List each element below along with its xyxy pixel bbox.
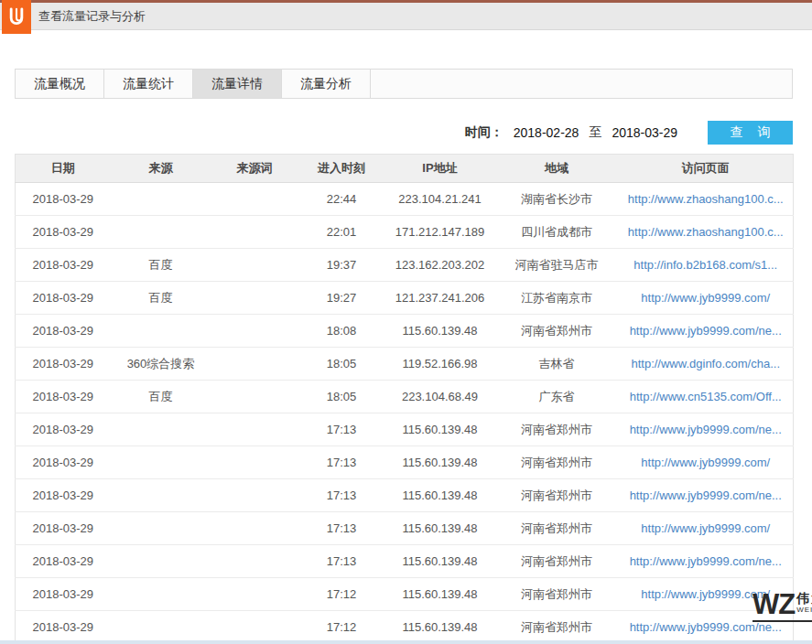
cell-source (111, 446, 211, 479)
cell-source: 百度 (111, 249, 211, 282)
cell-url-link[interactable]: http://www.zhaoshang100.c... (619, 183, 794, 216)
tab-item[interactable]: 流量分析 (282, 70, 371, 98)
cell-keyword (211, 512, 298, 545)
watermark-wz-text: WZ (752, 591, 795, 618)
cell-source (111, 578, 211, 611)
table-row: 2018-03-29 360综合搜索 18:05 119.52.166.98 吉… (16, 348, 794, 381)
bottom-strip (0, 640, 812, 644)
table-row: 2018-03-29 百度 19:37 123.162.203.202 河南省驻… (16, 249, 794, 282)
col-header-ip: IP地址 (385, 155, 495, 183)
table-row: 2018-03-29 17:13 115.60.139.48 河南省郑州市 ht… (16, 545, 794, 578)
cell-ip: 223.104.68.49 (385, 381, 495, 413)
cell-region: 河南省郑州市 (495, 611, 619, 644)
cell-url-link[interactable]: http://info.b2b168.com/s1... (619, 249, 794, 282)
cell-keyword (211, 381, 298, 413)
cell-region: 河南省驻马店市 (495, 249, 619, 282)
cell-time: 18:08 (298, 315, 385, 348)
cell-time: 22:44 (298, 183, 385, 216)
cell-url-link[interactable]: http://www.zhaoshang100.c... (619, 216, 794, 249)
tab-label: 流量概况 (34, 76, 85, 92)
cell-source (111, 413, 211, 446)
cell-url-link[interactable]: http://www.jyb9999.com/ne... (619, 479, 794, 512)
watermark-cn-text: 伟置 (796, 591, 812, 606)
cell-url-link[interactable]: http://www.jyb9999.com/ne... (619, 545, 794, 578)
cell-date: 2018-03-29 (16, 578, 111, 611)
cell-source: 百度 (111, 282, 211, 315)
cell-date: 2018-03-29 (16, 545, 111, 578)
cell-time: 17:13 (298, 446, 385, 479)
cell-region: 四川省成都市 (495, 216, 619, 249)
app-logo (2, 0, 31, 34)
cell-date: 2018-03-29 (16, 413, 111, 446)
cell-time: 17:12 (298, 611, 385, 644)
cell-ip: 119.52.166.98 (385, 348, 495, 381)
cell-keyword (211, 446, 298, 479)
tab-bar: 流量概况 流量统计 流量详情 流量分析 (15, 69, 793, 99)
query-button[interactable]: 查 询 (708, 121, 793, 145)
cell-ip: 115.60.139.48 (385, 512, 495, 545)
cell-source: 360综合搜索 (111, 348, 211, 381)
cell-region: 河南省郑州市 (495, 413, 619, 446)
table-row: 2018-03-29 17:13 115.60.139.48 河南省郑州市 ht… (16, 512, 794, 545)
cell-ip: 223.104.21.241 (385, 183, 495, 216)
page-title: 查看流量记录与分析 (38, 8, 146, 25)
cell-time: 18:05 (298, 348, 385, 381)
col-header-time: 进入时刻 (298, 155, 385, 183)
table-row: 2018-03-29 17:12 115.60.139.48 河南省郑州市 ht… (16, 578, 794, 611)
col-header-region: 地域 (495, 155, 619, 183)
cell-url-link[interactable]: http://www.jyb9999.com/ne... (619, 413, 794, 446)
filter-bar: 时间： 2018-02-28 至 2018-03-29 查 询 (15, 121, 793, 145)
cell-ip: 115.60.139.48 (385, 479, 495, 512)
tab-item[interactable]: 流量详情 (193, 70, 282, 98)
cell-source (111, 479, 211, 512)
cell-time: 17:12 (298, 578, 385, 611)
cell-time: 17:13 (298, 512, 385, 545)
cell-date: 2018-03-29 (16, 348, 111, 381)
cell-keyword (211, 545, 298, 578)
cell-time: 22:01 (298, 216, 385, 249)
cell-url-link[interactable]: http://www.jyb9999.com/ (619, 446, 794, 479)
table-row: 2018-03-29 22:01 171.212.147.189 四川省成都市 … (16, 216, 794, 249)
cell-keyword (211, 348, 298, 381)
cell-time: 18:05 (298, 381, 385, 413)
cell-ip: 115.60.139.48 (385, 545, 495, 578)
cell-url-link[interactable]: http://www.dginfo.com/cha... (619, 348, 794, 381)
table-row: 2018-03-29 17:13 115.60.139.48 河南省郑州市 ht… (16, 446, 794, 479)
tab-item[interactable]: 流量统计 (104, 70, 193, 98)
cell-source (111, 512, 211, 545)
cell-date: 2018-03-29 (16, 315, 111, 348)
cell-url-link[interactable]: http://www.jyb9999.com/ (619, 512, 794, 545)
start-date-field[interactable]: 2018-02-28 (514, 125, 579, 140)
cell-time: 17:13 (298, 479, 385, 512)
cell-url-link[interactable]: http://www.jyb9999.com/ne... (619, 315, 794, 348)
cell-region: 江苏省南京市 (495, 282, 619, 315)
cell-source (111, 611, 211, 644)
tab-item[interactable]: 流量概况 (16, 70, 104, 98)
cell-time: 19:37 (298, 249, 385, 282)
cell-region: 河南省郑州市 (495, 446, 619, 479)
cell-region: 广东省 (495, 381, 619, 413)
cell-keyword (211, 611, 298, 644)
cell-date: 2018-03-29 (16, 381, 111, 413)
cell-time: 17:13 (298, 545, 385, 578)
table-row: 2018-03-29 百度 19:27 121.237.241.206 江苏省南… (16, 282, 794, 315)
cell-url-link[interactable]: http://www.jyb9999.com/ (619, 282, 794, 315)
cell-region: 河南省郑州市 (495, 545, 619, 578)
cell-ip: 123.162.203.202 (385, 249, 495, 282)
col-header-source: 来源 (111, 155, 211, 183)
cell-ip: 121.237.241.206 (385, 282, 495, 315)
cell-keyword (211, 249, 298, 282)
cell-date: 2018-03-29 (16, 611, 111, 644)
cell-ip: 171.212.147.189 (385, 216, 495, 249)
cell-keyword (211, 315, 298, 348)
cell-region: 河南省郑州市 (495, 315, 619, 348)
cell-url-link[interactable]: http://www.cn5135.com/Off... (619, 381, 794, 413)
table-row: 2018-03-29 百度 18:05 223.104.68.49 广东省 ht… (16, 381, 794, 413)
end-date-field[interactable]: 2018-03-29 (612, 125, 677, 140)
cell-region: 河南省郑州市 (495, 479, 619, 512)
cell-source (111, 545, 211, 578)
cell-date: 2018-03-29 (16, 183, 111, 216)
tab-label: 流量详情 (211, 76, 263, 92)
cell-keyword (211, 216, 298, 249)
cell-source: 百度 (111, 381, 211, 413)
